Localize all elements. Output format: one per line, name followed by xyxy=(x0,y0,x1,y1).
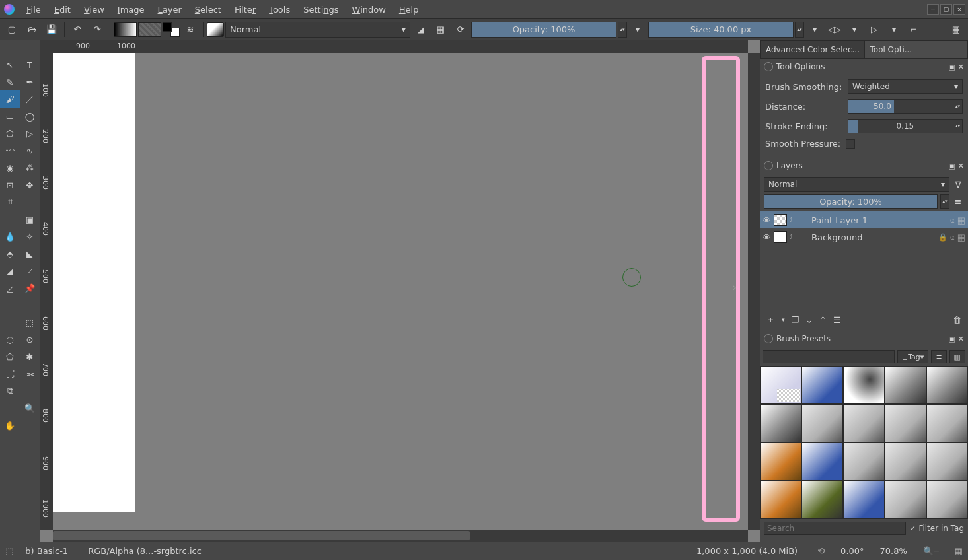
close-panel-button[interactable]: ✕ xyxy=(958,335,964,343)
layer-filter-icon[interactable]: ∇ xyxy=(952,177,964,192)
opacity-field[interactable]: Opacity: 100% xyxy=(471,22,616,38)
stroke-ending-field[interactable]: 0.15 ▴▾ xyxy=(848,119,963,133)
rectangle-tool[interactable]: ▭ xyxy=(0,108,20,125)
window-minimize[interactable]: ─ xyxy=(927,4,939,15)
layer-menu-icon[interactable]: ≡ xyxy=(952,194,964,209)
zoom-slider-icon[interactable]: 🔍─ xyxy=(923,546,939,556)
preset-item[interactable] xyxy=(801,442,843,481)
mirror-v-menu[interactable]: ▾ xyxy=(885,21,903,38)
ellipse-tool[interactable]: ◯ xyxy=(20,108,40,125)
preset-item[interactable] xyxy=(926,366,968,404)
brush-size-field[interactable]: Size: 40.00 px xyxy=(648,22,794,38)
status-zoom[interactable]: 70.8% xyxy=(880,546,907,556)
ellipse-select-tool[interactable]: ◌ xyxy=(0,331,20,348)
distance-field[interactable]: 50.0 ▴▾ xyxy=(848,99,963,114)
rect-select-tool[interactable]: ⬚ xyxy=(20,314,40,331)
list-mode-button[interactable]: ≡ xyxy=(931,350,946,363)
opacity-spin[interactable]: ▴▾ xyxy=(618,22,627,38)
freehand-path-tool[interactable]: ∿ xyxy=(20,142,40,159)
text-tool[interactable]: T xyxy=(20,56,40,73)
reload-preset-button[interactable]: ⟳ xyxy=(451,21,470,38)
mirror-h-menu[interactable]: ▾ xyxy=(845,21,864,38)
menu-layer[interactable]: Layer xyxy=(151,2,188,17)
size-menu-icon[interactable]: ▾ xyxy=(805,21,824,38)
filter-in-tag-toggle[interactable]: Filter in Tag xyxy=(910,524,964,533)
scrollbar-horizontal[interactable] xyxy=(53,530,748,542)
preset-item[interactable] xyxy=(801,404,843,442)
menu-view[interactable]: View xyxy=(77,2,111,17)
move-layer-tool[interactable]: ✥ xyxy=(20,176,40,193)
delete-layer-button[interactable]: 🗑 xyxy=(953,315,961,325)
transform-tool[interactable]: ⊡ xyxy=(0,176,20,193)
menu-tools[interactable]: Tools xyxy=(262,2,297,17)
brush-options-icon[interactable]: ≋ xyxy=(181,21,200,38)
menu-select[interactable]: Select xyxy=(188,2,228,17)
smoothing-dropdown[interactable]: Weighted ▾ xyxy=(848,79,963,94)
lock-icon[interactable]: 🔒 xyxy=(938,233,948,242)
dyna-brush-tool[interactable]: ◉ xyxy=(0,159,20,176)
reference-tool[interactable]: ◿ xyxy=(0,279,20,297)
layer-opacity-field[interactable]: Opacity: 100% xyxy=(764,194,938,209)
blend-mode-dropdown[interactable]: Normal ▾ xyxy=(225,22,410,38)
layer-props-icon[interactable]: ▦ xyxy=(957,215,965,225)
gradient-tool[interactable]: ▣ xyxy=(20,211,40,228)
layer-opacity-spin[interactable]: ▴▾ xyxy=(940,194,949,209)
menu-image[interactable]: Image xyxy=(111,2,151,17)
ruler-vertical[interactable]: 100 200 300 400 500 600 700 800 900 1000 xyxy=(40,53,53,530)
color-picker-tool[interactable]: 💧 xyxy=(0,228,20,245)
menu-window[interactable]: Window xyxy=(346,2,392,17)
preset-item[interactable] xyxy=(926,442,968,481)
layer-settings-button[interactable]: ☰ xyxy=(833,315,841,325)
add-layer-menu[interactable]: ▾ xyxy=(782,316,785,323)
layer-name[interactable]: Paint Layer 1 xyxy=(796,215,948,225)
brush-preview[interactable] xyxy=(207,22,224,37)
pin-tool[interactable]: 📌 xyxy=(20,279,40,297)
pan-tool[interactable]: ✋ xyxy=(0,417,20,434)
float-panel-button[interactable]: ▣ xyxy=(948,162,955,170)
menu-file[interactable]: File xyxy=(20,2,48,17)
bezier-tool[interactable]: 〰 xyxy=(0,142,20,159)
zoom-tool[interactable]: 🔍 xyxy=(20,400,40,417)
dock-collapse-arrow[interactable]: › xyxy=(732,280,737,294)
float-panel-button[interactable]: ▣ xyxy=(948,63,955,71)
canvas[interactable] xyxy=(53,53,135,512)
close-panel-button[interactable]: ✕ xyxy=(958,63,964,71)
visibility-icon[interactable]: 👁 xyxy=(763,232,771,242)
preset-search-input[interactable] xyxy=(764,522,906,535)
calligraphy-tool[interactable]: ✒ xyxy=(20,73,40,90)
multi-brush-tool[interactable]: ⁂ xyxy=(20,159,40,176)
preset-item[interactable] xyxy=(885,366,926,404)
preset-item[interactable] xyxy=(926,404,968,442)
palette-icon[interactable]: ▦ xyxy=(955,546,963,556)
layer-row[interactable]: 👁 ⤴ Paint Layer 1 α ▦ xyxy=(760,211,968,228)
undo-button[interactable]: ↶ xyxy=(68,21,87,38)
layer-alpha-icon[interactable]: α xyxy=(950,234,955,241)
polygon-select-tool[interactable]: ⬠ xyxy=(0,348,20,365)
preset-tag-dropdown[interactable] xyxy=(763,350,895,363)
fill-tool[interactable]: ◣ xyxy=(20,245,40,262)
scrollbar-vertical[interactable] xyxy=(748,53,760,530)
fg-bg-swatch[interactable] xyxy=(163,22,180,37)
canvas-viewport[interactable] xyxy=(53,53,748,530)
pattern-fill-tool[interactable]: ✧ xyxy=(20,228,40,245)
brush-size-spin[interactable]: ▴▾ xyxy=(795,22,804,38)
preset-item[interactable] xyxy=(843,366,885,404)
move-tool[interactable]: ↖ xyxy=(0,56,20,73)
smart-fill-tool[interactable]: ⬘ xyxy=(0,245,20,262)
gradient-swatch[interactable] xyxy=(114,22,137,37)
layer-blend-dropdown[interactable]: Normal ▾ xyxy=(764,177,949,192)
assistant-tool[interactable]: ◢ xyxy=(0,262,20,279)
freehand-brush-tool[interactable]: 🖌 xyxy=(0,90,20,108)
preset-item[interactable] xyxy=(801,481,843,519)
preset-item[interactable] xyxy=(760,366,801,404)
open-button[interactable]: 🗁 xyxy=(22,21,41,38)
preset-item[interactable] xyxy=(760,442,801,481)
preset-item[interactable] xyxy=(885,481,926,519)
line-tool[interactable]: ／ xyxy=(20,90,40,108)
smooth-pressure-checkbox[interactable] xyxy=(846,139,855,149)
measure-tool[interactable]: ⟋ xyxy=(20,262,40,279)
mirror-h-button[interactable]: ◁▷ xyxy=(825,21,844,38)
contiguous-select-tool[interactable]: ✱ xyxy=(20,348,40,365)
layer-name[interactable]: Background xyxy=(796,232,936,242)
visibility-icon[interactable]: 👁 xyxy=(763,215,771,225)
